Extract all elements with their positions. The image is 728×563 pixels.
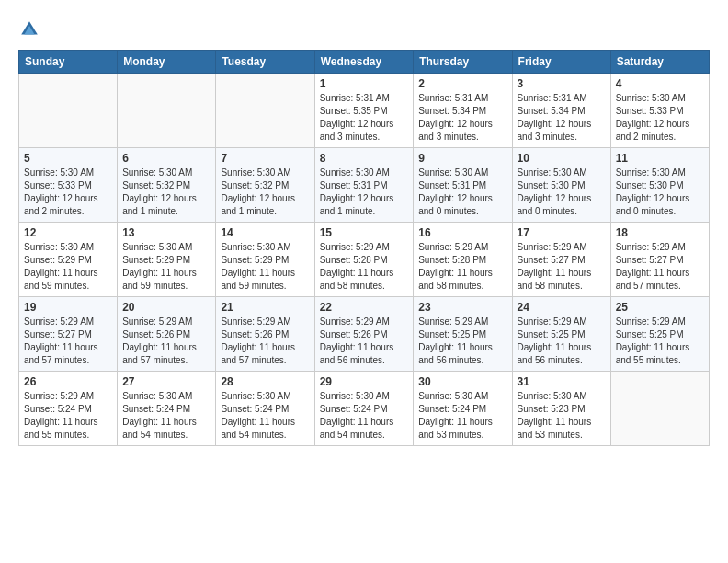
day-number: 28 [221,375,309,388]
day-number: 22 [320,301,409,314]
calendar-cell: 3Sunrise: 5:31 AM Sunset: 5:34 PM Daylig… [512,74,610,148]
cell-content: Sunrise: 5:30 AM Sunset: 5:24 PM Dayligh… [418,390,506,442]
calendar-week-row: 12Sunrise: 5:30 AM Sunset: 5:29 PM Dayli… [19,223,710,297]
calendar-cell: 23Sunrise: 5:29 AM Sunset: 5:25 PM Dayli… [414,297,512,372]
calendar-cell [118,74,216,148]
calendar-week-row: 19Sunrise: 5:29 AM Sunset: 5:27 PM Dayli… [19,297,710,372]
cell-content: Sunrise: 5:30 AM Sunset: 5:33 PM Dayligh… [616,92,704,144]
cell-content: Sunrise: 5:30 AM Sunset: 5:24 PM Dayligh… [122,390,210,442]
day-number: 11 [616,152,704,165]
calendar-cell: 24Sunrise: 5:29 AM Sunset: 5:25 PM Dayli… [512,297,610,372]
day-number: 30 [418,375,506,388]
calendar-cell: 7Sunrise: 5:30 AM Sunset: 5:32 PM Daylig… [216,148,314,223]
cell-content: Sunrise: 5:29 AM Sunset: 5:27 PM Dayligh… [616,241,704,293]
day-header: Saturday [610,51,709,74]
logo-icon [18,18,40,40]
day-number: 17 [518,226,606,239]
cell-content: Sunrise: 5:29 AM Sunset: 5:24 PM Dayligh… [24,390,112,442]
day-number: 2 [418,77,506,90]
day-number: 25 [616,301,704,314]
cell-content: Sunrise: 5:29 AM Sunset: 5:27 PM Dayligh… [518,241,606,293]
day-number: 13 [122,226,210,239]
calendar-cell: 28Sunrise: 5:30 AM Sunset: 5:24 PM Dayli… [216,372,314,446]
calendar-cell: 19Sunrise: 5:29 AM Sunset: 5:27 PM Dayli… [19,297,118,372]
calendar-cell: 15Sunrise: 5:29 AM Sunset: 5:28 PM Dayli… [314,223,414,297]
day-number: 12 [24,226,112,239]
calendar-cell: 8Sunrise: 5:30 AM Sunset: 5:31 PM Daylig… [314,148,414,223]
day-number: 1 [320,77,409,90]
day-number: 14 [221,226,309,239]
calendar-cell: 6Sunrise: 5:30 AM Sunset: 5:32 PM Daylig… [118,148,216,223]
calendar-cell: 1Sunrise: 5:31 AM Sunset: 5:35 PM Daylig… [314,74,414,148]
day-number: 31 [518,375,606,388]
cell-content: Sunrise: 5:29 AM Sunset: 5:28 PM Dayligh… [418,241,506,293]
calendar-cell: 14Sunrise: 5:30 AM Sunset: 5:29 PM Dayli… [216,223,314,297]
cell-content: Sunrise: 5:30 AM Sunset: 5:24 PM Dayligh… [221,390,309,442]
day-header: Friday [512,51,610,74]
cell-content: Sunrise: 5:29 AM Sunset: 5:26 PM Dayligh… [320,316,409,367]
cell-content: Sunrise: 5:29 AM Sunset: 5:25 PM Dayligh… [616,316,704,367]
day-number: 21 [221,301,309,314]
cell-content: Sunrise: 5:30 AM Sunset: 5:24 PM Dayligh… [320,390,409,442]
cell-content: Sunrise: 5:31 AM Sunset: 5:35 PM Dayligh… [320,92,409,144]
cell-content: Sunrise: 5:30 AM Sunset: 5:29 PM Dayligh… [24,241,112,293]
calendar-cell: 12Sunrise: 5:30 AM Sunset: 5:29 PM Dayli… [19,223,118,297]
calendar-cell: 2Sunrise: 5:31 AM Sunset: 5:34 PM Daylig… [414,74,512,148]
day-number: 16 [418,226,506,239]
cell-content: Sunrise: 5:29 AM Sunset: 5:27 PM Dayligh… [24,316,112,367]
day-number: 29 [320,375,409,388]
calendar-cell: 16Sunrise: 5:29 AM Sunset: 5:28 PM Dayli… [414,223,512,297]
cell-content: Sunrise: 5:30 AM Sunset: 5:32 PM Dayligh… [122,167,210,218]
logo [18,18,44,40]
cell-content: Sunrise: 5:29 AM Sunset: 5:26 PM Dayligh… [122,316,210,367]
calendar-cell: 20Sunrise: 5:29 AM Sunset: 5:26 PM Dayli… [118,297,216,372]
day-number: 4 [616,77,704,90]
calendar-week-row: 26Sunrise: 5:29 AM Sunset: 5:24 PM Dayli… [19,372,710,446]
calendar-cell: 18Sunrise: 5:29 AM Sunset: 5:27 PM Dayli… [610,223,709,297]
cell-content: Sunrise: 5:29 AM Sunset: 5:25 PM Dayligh… [418,316,506,367]
day-number: 8 [320,152,409,165]
cell-content: Sunrise: 5:29 AM Sunset: 5:28 PM Dayligh… [320,241,409,293]
calendar-cell: 10Sunrise: 5:30 AM Sunset: 5:30 PM Dayli… [512,148,610,223]
day-number: 3 [518,77,606,90]
calendar-cell: 25Sunrise: 5:29 AM Sunset: 5:25 PM Dayli… [610,297,709,372]
day-number: 6 [122,152,210,165]
calendar-header-row: SundayMondayTuesdayWednesdayThursdayFrid… [19,51,710,74]
day-header: Sunday [19,51,118,74]
cell-content: Sunrise: 5:30 AM Sunset: 5:31 PM Dayligh… [418,167,506,218]
day-number: 19 [24,301,112,314]
day-header: Tuesday [216,51,314,74]
day-number: 23 [418,301,506,314]
cell-content: Sunrise: 5:29 AM Sunset: 5:26 PM Dayligh… [221,316,309,367]
cell-content: Sunrise: 5:30 AM Sunset: 5:30 PM Dayligh… [616,167,704,218]
calendar-cell: 27Sunrise: 5:30 AM Sunset: 5:24 PM Dayli… [118,372,216,446]
day-number: 10 [518,152,606,165]
cell-content: Sunrise: 5:30 AM Sunset: 5:31 PM Dayligh… [320,167,409,218]
day-number: 26 [24,375,112,388]
cell-content: Sunrise: 5:30 AM Sunset: 5:29 PM Dayligh… [221,241,309,293]
calendar-cell [610,372,709,446]
day-header: Thursday [414,51,512,74]
day-number: 20 [122,301,210,314]
cell-content: Sunrise: 5:30 AM Sunset: 5:23 PM Dayligh… [518,390,606,442]
cell-content: Sunrise: 5:29 AM Sunset: 5:25 PM Dayligh… [518,316,606,367]
calendar-cell: 26Sunrise: 5:29 AM Sunset: 5:24 PM Dayli… [19,372,118,446]
cell-content: Sunrise: 5:30 AM Sunset: 5:33 PM Dayligh… [24,167,112,218]
day-header: Monday [118,51,216,74]
day-number: 5 [24,152,112,165]
calendar-cell: 29Sunrise: 5:30 AM Sunset: 5:24 PM Dayli… [314,372,414,446]
cell-content: Sunrise: 5:31 AM Sunset: 5:34 PM Dayligh… [418,92,506,144]
cell-content: Sunrise: 5:30 AM Sunset: 5:32 PM Dayligh… [221,167,309,218]
calendar-cell: 22Sunrise: 5:29 AM Sunset: 5:26 PM Dayli… [314,297,414,372]
day-header: Wednesday [314,51,414,74]
calendar-cell: 5Sunrise: 5:30 AM Sunset: 5:33 PM Daylig… [19,148,118,223]
day-number: 18 [616,226,704,239]
day-number: 9 [418,152,506,165]
calendar-cell: 21Sunrise: 5:29 AM Sunset: 5:26 PM Dayli… [216,297,314,372]
calendar-cell [216,74,314,148]
calendar-cell: 4Sunrise: 5:30 AM Sunset: 5:33 PM Daylig… [610,74,709,148]
day-number: 15 [320,226,409,239]
calendar-table: SundayMondayTuesdayWednesdayThursdayFrid… [18,50,710,446]
calendar-cell: 9Sunrise: 5:30 AM Sunset: 5:31 PM Daylig… [414,148,512,223]
calendar-cell [19,74,118,148]
